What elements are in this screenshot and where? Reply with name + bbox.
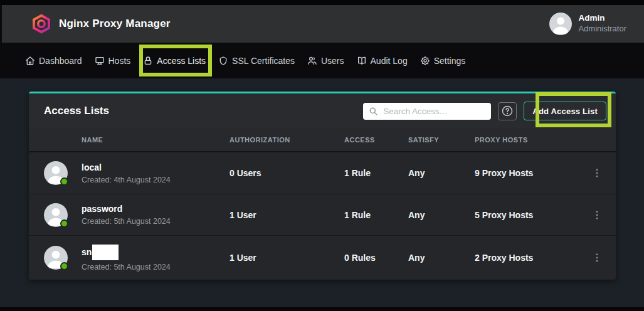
nav-label: Users [321,56,344,66]
app-title: Nginx Proxy Manager [59,18,171,30]
dots-vertical-icon [590,208,604,222]
row-menu-button[interactable] [578,194,616,235]
column-header-access: ACCESS [344,136,408,144]
satisfy-value: Any [408,168,475,178]
row-menu-button[interactable] [578,236,616,280]
list-avatar [44,246,68,270]
panel-header: Access Lists Add Access List [29,93,616,129]
app-header: Nginx Proxy Manager Admin Administrator [0,5,644,43]
nav-item-ssl-certificates[interactable]: SSL Certificates [218,56,295,66]
column-header-name: NAME [29,136,230,144]
table-row[interactable]: password Created: 5th August 2024 1 User… [29,194,616,235]
redaction-overlay [92,245,119,260]
status-dot [60,219,68,228]
user-avatar [549,13,572,35]
access-list-name: sn [82,247,92,258]
search-icon [369,107,378,116]
nav-label: Dashboard [39,56,82,66]
home-icon [25,56,35,66]
satisfy-value: Any [408,253,475,263]
help-circle-icon [501,105,514,117]
nginx-proxy-manager-logo-icon [31,13,51,34]
panel-title: Access Lists [44,105,109,117]
column-header-satisfy: SATISFY [408,136,475,144]
lock-icon [143,56,153,66]
search-input[interactable] [363,103,491,120]
proxy-hosts-value: 2 Proxy Hosts [475,253,578,263]
proxy-hosts-value: 9 Proxy Hosts [475,168,578,178]
satisfy-value: Any [408,210,475,220]
nav-item-audit-log[interactable]: Audit Log [357,56,408,66]
column-header-authorization: AUTHORIZATION [230,136,344,144]
authorization-value: 0 Users [230,168,344,178]
access-list-name: password [82,204,122,214]
users-icon [307,56,317,66]
status-dot [60,177,68,186]
nav-label: Access Lists [157,56,206,66]
nav-label: Audit Log [371,56,408,66]
table-row[interactable]: local Created: 4th August 2024 0 Users 1… [29,152,616,194]
book-icon [357,56,367,66]
list-avatar [44,203,68,227]
created-date: Created: 4th August 2024 [82,176,171,184]
search-box [363,103,491,120]
authorization-value: 1 User [230,253,344,263]
user-menu[interactable]: Admin Administrator [549,13,626,35]
access-value: 1 Rule [344,168,408,178]
created-date: Created: 5th August 2024 [82,217,171,226]
nav-item-access-lists[interactable]: Access Lists [143,56,206,66]
main-nav: Dashboard Hosts Access Lists SSL Certifi… [0,43,644,78]
user-role: Administrator [578,24,626,34]
created-date: Created: 5th August 2024 [82,263,171,271]
access-list-name: local [82,162,102,173]
nav-item-users[interactable]: Users [307,56,344,66]
row-menu-button[interactable] [578,152,616,194]
table-header-row: NAME AUTHORIZATION ACCESS SATISFY PROXY … [29,129,616,152]
column-header-proxy-hosts: PROXY HOSTS [475,136,578,144]
window-bottom-edge [0,307,644,311]
nav-item-dashboard[interactable]: Dashboard [25,56,82,66]
access-value: 1 Rule [344,210,408,220]
window-top-edge [0,0,644,5]
shield-icon [218,56,228,66]
monitor-icon [95,56,105,66]
nav-item-settings[interactable]: Settings [420,56,466,66]
nav-label: SSL Certificates [232,56,295,66]
list-avatar [44,161,68,185]
nav-label: Hosts [108,56,131,66]
proxy-hosts-value: 5 Proxy Hosts [475,210,578,220]
dots-vertical-icon [590,251,604,265]
table-row[interactable]: sn Created: 5th August 2024 1 User 0 Rul… [29,235,616,280]
authorization-value: 1 User [230,210,344,220]
access-lists-panel: Access Lists Add Access List [29,92,616,280]
user-name: Admin [578,13,626,24]
nav-label: Settings [434,56,466,66]
content-area: Access Lists Add Access List [0,78,644,307]
help-button[interactable] [498,102,517,120]
dots-vertical-icon [590,166,604,180]
add-access-list-button[interactable]: Add Access List [524,102,606,120]
access-value: 0 Rules [344,253,408,263]
app-window: Nginx Proxy Manager Admin Administrator … [0,0,644,311]
person-icon [549,13,572,35]
nav-item-hosts[interactable]: Hosts [95,56,131,66]
gear-icon [420,56,430,66]
status-dot [60,262,68,270]
